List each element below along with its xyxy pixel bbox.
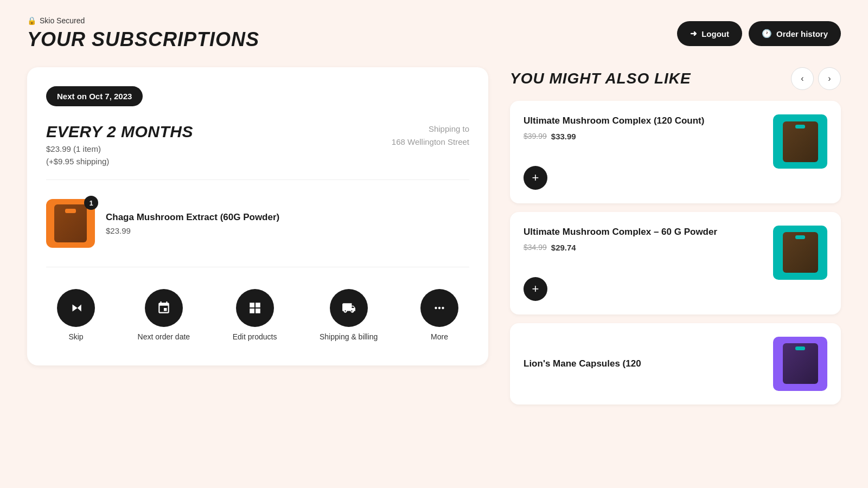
logout-icon: ➜ <box>690 29 697 38</box>
shipping-address-value: 168 Wellington Street <box>392 136 469 149</box>
suggestion-prices-1: $34.99 $29.74 <box>524 243 717 252</box>
skip-button[interactable]: Skip <box>46 284 106 346</box>
shipping-label: Shipping to <box>392 123 469 136</box>
suggestion-card-2: Lion's Mane Capsules (120 <box>510 323 841 404</box>
suggestion-image-inner-0 <box>783 121 818 162</box>
shipping-billing-label: Shipping & billing <box>320 332 378 341</box>
edit-products-icon-circle <box>236 289 274 327</box>
divider-2 <box>46 267 469 267</box>
suggestion-image-1 <box>773 226 827 280</box>
order-history-label: Order history <box>776 29 828 38</box>
page-title: YOUR SUBSCRIPTIONS <box>27 28 259 51</box>
main-layout: Next on Oct 7, 2023 EVERY 2 MONTHS $23.9… <box>27 67 841 413</box>
product-quantity-badge: 1 <box>84 196 98 210</box>
right-panel-header: YOU MIGHT ALSO LIKE ‹ › <box>510 67 841 90</box>
more-label: More <box>431 332 448 341</box>
action-buttons: Skip Next order date <box>46 278 469 346</box>
skip-label: Skip <box>68 332 83 341</box>
logout-button[interactable]: ➜ Logout <box>677 21 742 46</box>
recommendations-title: YOU MIGHT ALSO LIKE <box>510 70 691 87</box>
subscription-info: EVERY 2 MONTHS $23.99 (1 item) (+$9.95 s… <box>46 123 193 166</box>
prev-arrow-button[interactable]: ‹ <box>791 67 814 90</box>
logout-label: Logout <box>701 29 729 38</box>
shipping-billing-button[interactable]: Shipping & billing <box>309 284 388 346</box>
suggestion-image-inner-2 <box>783 343 818 384</box>
product-image-inner <box>54 204 87 242</box>
subscription-shipping-price: (+$9.95 shipping) <box>46 157 193 166</box>
subscription-section: Next on Oct 7, 2023 EVERY 2 MONTHS $23.9… <box>27 67 488 365</box>
divider-1 <box>46 179 469 180</box>
suggestion-image-2 <box>773 337 827 391</box>
secured-badge: 🔒 Skio Secured <box>27 16 259 25</box>
next-date-badge: Next on Oct 7, 2023 <box>46 86 143 106</box>
edit-products-label: Edit products <box>233 332 277 341</box>
product-price: $23.99 <box>106 226 279 235</box>
subscription-card: Next on Oct 7, 2023 EVERY 2 MONTHS $23.9… <box>27 67 488 365</box>
subscription-price-item: $23.99 (1 item) <box>46 144 193 153</box>
product-details: Chaga Mushroom Extract (60G Powder) $23.… <box>106 212 279 235</box>
header: 🔒 Skio Secured YOUR SUBSCRIPTIONS ➜ Logo… <box>27 16 841 51</box>
product-name: Chaga Mushroom Extract (60G Powder) <box>106 212 279 223</box>
history-icon: 🕐 <box>762 29 772 38</box>
product-image-wrap: 1 <box>46 199 95 248</box>
right-panel: YOU MIGHT ALSO LIKE ‹ › Ultimate Mushroo… <box>510 67 841 413</box>
suggestion-card-1: Ultimate Mushroom Complex – 60 G Powder … <box>510 212 841 314</box>
nav-arrows: ‹ › <box>791 67 841 90</box>
more-button[interactable]: More <box>410 284 469 346</box>
next-order-date-button[interactable]: Next order date <box>127 284 201 346</box>
next-order-icon-circle <box>145 289 183 327</box>
header-left: 🔒 Skio Secured YOUR SUBSCRIPTIONS <box>27 16 259 51</box>
sale-price-1: $29.74 <box>551 243 576 252</box>
next-arrow-button[interactable]: › <box>818 67 841 90</box>
edit-products-button[interactable]: Edit products <box>222 284 288 346</box>
subscription-frequency: EVERY 2 MONTHS <box>46 123 193 141</box>
secured-text: Skio Secured <box>40 16 85 25</box>
suggestion-image-inner-1 <box>783 232 818 273</box>
original-price-1: $34.99 <box>524 243 547 252</box>
order-history-button[interactable]: 🕐 Order history <box>749 21 841 46</box>
suggestion-name-0: Ultimate Mushroom Complex (120 Count) <box>524 114 704 127</box>
next-order-date-label: Next order date <box>138 332 190 341</box>
suggestion-name-1: Ultimate Mushroom Complex – 60 G Powder <box>524 226 717 239</box>
header-buttons: ➜ Logout 🕐 Order history <box>677 21 841 46</box>
suggestion-image-0 <box>773 114 827 169</box>
sale-price-0: $33.99 <box>551 132 576 141</box>
original-price-0: $39.99 <box>524 132 547 140</box>
add-button-1[interactable]: + <box>524 277 547 301</box>
suggestion-card-0: Ultimate Mushroom Complex (120 Count) $3… <box>510 101 841 203</box>
product-row: 1 Chaga Mushroom Extract (60G Powder) $2… <box>46 191 469 256</box>
lock-icon: 🔒 <box>27 16 36 25</box>
skip-icon-circle <box>57 289 95 327</box>
subscription-header: EVERY 2 MONTHS $23.99 (1 item) (+$9.95 s… <box>46 123 469 166</box>
shipping-address-block: Shipping to 168 Wellington Street <box>392 123 469 149</box>
page-wrapper: 🔒 Skio Secured YOUR SUBSCRIPTIONS ➜ Logo… <box>0 0 868 429</box>
suggestion-name-2: Lion's Mane Capsules (120 <box>524 358 641 369</box>
shipping-icon-circle <box>330 289 368 327</box>
more-icon-circle <box>420 289 458 327</box>
suggestion-prices-0: $39.99 $33.99 <box>524 132 704 141</box>
add-button-0[interactable]: + <box>524 166 547 190</box>
